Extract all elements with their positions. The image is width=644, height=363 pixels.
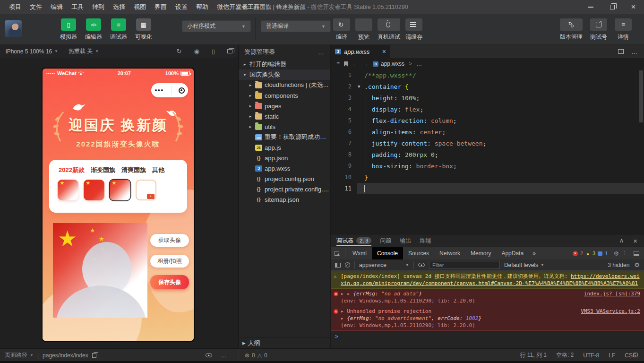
phone-button[interactable]: 获取头像: [150, 234, 189, 247]
console-message[interactable]: [pages/index/index] canvas 2d 接口支持同层渲染且性…: [331, 271, 644, 289]
errors-icon[interactable]: ⊗: [245, 352, 249, 359]
menu-item[interactable]: 帮助: [192, 0, 213, 14]
devtools-tab[interactable]: Sources: [403, 247, 434, 259]
style-tab[interactable]: 其他: [152, 166, 164, 174]
devtools-kebab-icon[interactable]: …: [623, 251, 629, 257]
menu-item[interactable]: 项目: [5, 0, 26, 14]
file-tree-item[interactable]: {} app.json: [239, 153, 330, 163]
warning-count-icon[interactable]: ▲: [585, 251, 590, 256]
detach-window-icon[interactable]: [227, 49, 232, 53]
flag-thumbnail[interactable]: [110, 180, 130, 200]
statusbar-more-icon[interactable]: …: [221, 352, 226, 359]
miniprogram-capsule[interactable]: •••: [151, 83, 188, 97]
file-tree-item[interactable]: 重要！获取源码成功后...: [239, 132, 330, 142]
error-count-icon[interactable]: ×: [573, 251, 578, 256]
console-source-link[interactable]: VM53 WAService.js:2: [581, 308, 640, 315]
mode-select[interactable]: 小程序模式▼: [182, 20, 251, 32]
devtools-tab[interactable]: Console: [372, 247, 403, 259]
debugger-tab[interactable]: 输出: [400, 234, 411, 247]
code-line[interactable]: 1/**app.wxss**/: [331, 69, 644, 81]
toolbar-action-button[interactable]: 详情: [615, 18, 632, 41]
code-line[interactable]: 3 height: 100%;: [331, 92, 644, 104]
devtools-settings-icon[interactable]: ⚙: [613, 250, 619, 257]
console-filter-input[interactable]: [429, 261, 500, 269]
console-sidebar-icon[interactable]: [335, 263, 341, 268]
simulator-device[interactable]: ••••• WeChat 20:07 100% ••• 迎国庆 换新颜 2022…: [43, 69, 194, 341]
menu-item[interactable]: 编辑: [46, 0, 67, 14]
page-path-value[interactable]: pages/index/index: [43, 352, 88, 359]
statusbar-item[interactable]: 行 11, 列 1: [520, 351, 546, 359]
phone-button[interactable]: 相册/拍照: [150, 255, 189, 268]
statusbar-item[interactable]: UTF-8: [583, 352, 599, 359]
back-icon[interactable]: ←: [352, 60, 358, 68]
open-editors-section[interactable]: ▸ 打开的编辑器: [239, 59, 330, 69]
line-number[interactable]: 3: [331, 95, 352, 101]
mode-button[interactable]: 编辑器: [83, 18, 104, 41]
menu-item[interactable]: 界面: [150, 0, 171, 14]
execution-context-select[interactable]: appservice▼: [359, 262, 409, 268]
code-editor[interactable]: 1/**app.wxss**/2▼.container {3 height: 1…: [331, 69, 644, 234]
debugger-tab[interactable]: 终端: [420, 234, 431, 247]
line-number[interactable]: 9: [331, 163, 352, 169]
project-root-item[interactable]: ▾ 国庆换头像: [239, 69, 330, 80]
info-count-icon[interactable]: [598, 251, 602, 256]
close-panel-icon[interactable]: ×: [633, 237, 637, 245]
code-line[interactable]: 4 display: flex;: [331, 104, 644, 115]
forward-icon[interactable]: →: [362, 60, 369, 68]
clear-console-icon[interactable]: [345, 262, 350, 268]
phone-button[interactable]: 保存头像: [150, 275, 189, 289]
toolbar-action-button[interactable]: 真机调试: [378, 18, 400, 41]
line-number[interactable]: 4: [331, 106, 352, 112]
code-line[interactable]: 7 justify-content: space-between;: [331, 138, 644, 149]
statusbar-item[interactable]: LF: [609, 352, 615, 359]
outline-list-icon[interactable]: ≡: [336, 60, 340, 67]
code-line[interactable]: 8 padding: 200rpx 0;: [331, 149, 644, 160]
file-tree-item[interactable]: JS app.js: [239, 142, 330, 153]
menu-item[interactable]: 设置: [171, 0, 192, 14]
style-tab[interactable]: 清爽国旗: [121, 166, 146, 174]
line-number[interactable]: 5: [331, 117, 352, 124]
debugger-tab[interactable]: 调试器 2, 3: [336, 234, 371, 247]
file-tree-item[interactable]: ▸ utils: [239, 121, 330, 132]
avatar-preview[interactable]: ★ ★ ★ ★ ★: [53, 223, 147, 318]
code-line[interactable]: 10}: [331, 172, 644, 183]
rotate-icon[interactable]: ↻: [177, 48, 182, 55]
inspect-element-icon[interactable]: [331, 251, 343, 256]
outline-section[interactable]: ▸ 大纲: [239, 337, 330, 348]
file-tree-item[interactable]: ▸ components: [239, 90, 330, 101]
devtools-tab[interactable]: Memory: [465, 247, 496, 259]
code-line[interactable]: 11: [331, 183, 644, 194]
line-number[interactable]: 11: [331, 185, 352, 192]
mode-button[interactable]: 调试器: [108, 18, 129, 41]
more-actions-icon[interactable]: …: [318, 49, 325, 56]
file-tree-item[interactable]: ▸ pages: [239, 101, 330, 111]
code-line[interactable]: 6 align-items: center;: [331, 126, 644, 138]
devtools-tab[interactable]: AppData: [496, 247, 529, 259]
watch-icon[interactable]: [206, 353, 212, 357]
console-source-link[interactable]: index.js? [sm]:379: [584, 290, 640, 297]
devtools-tab[interactable]: Wxml: [347, 247, 372, 259]
console-settings-icon[interactable]: ⚙: [634, 261, 640, 268]
split-editor-icon[interactable]: [618, 49, 624, 54]
mode-button[interactable]: 模拟器: [58, 18, 79, 41]
mode-button[interactable]: 可视化: [133, 18, 155, 41]
file-tree-item[interactable]: {} project.config.json: [239, 173, 330, 184]
compile-select[interactable]: 普通编译▼: [261, 20, 331, 32]
console-prompt[interactable]: >: [331, 331, 644, 342]
toolbar-action-button[interactable]: 编译: [333, 18, 350, 41]
style-tab[interactable]: 渐变国旗: [91, 166, 115, 174]
menu-item[interactable]: 视图: [129, 0, 150, 14]
line-number[interactable]: 7: [331, 140, 352, 147]
console-message[interactable]: ▸ ▸ {errMsg: "no ad data"}index.js? [sm]…: [331, 289, 644, 306]
close-button[interactable]: ×: [623, 0, 644, 14]
page-path-select[interactable]: 页面路径▼: [5, 351, 34, 359]
hot-reload-toggle[interactable]: 热重载 关▼: [69, 47, 99, 55]
minimize-button[interactable]: [580, 0, 601, 14]
line-number[interactable]: 1: [331, 72, 352, 78]
breadcrumb-more[interactable]: …: [416, 60, 422, 67]
file-tree-item[interactable]: ▸ static: [239, 111, 330, 121]
line-number[interactable]: 8: [331, 151, 352, 158]
toolbar-action-button[interactable]: 清缓存: [405, 18, 422, 41]
line-number[interactable]: 10: [331, 174, 352, 181]
live-expression-icon[interactable]: [418, 263, 425, 267]
